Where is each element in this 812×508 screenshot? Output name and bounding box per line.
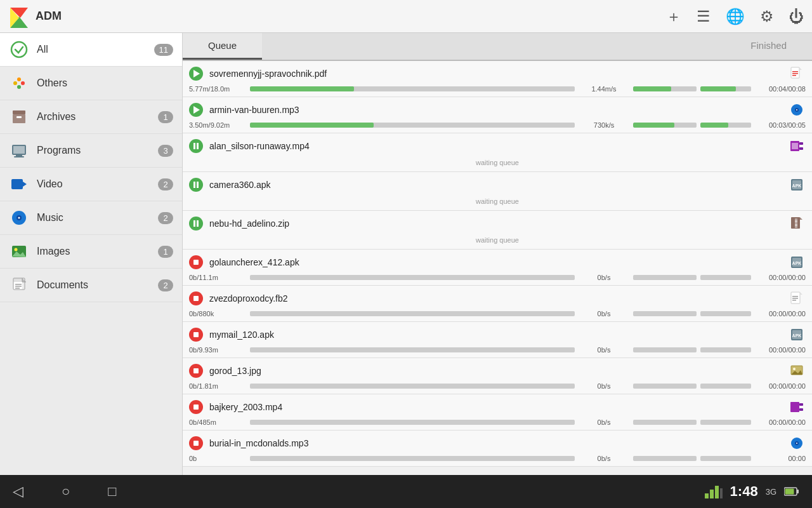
svg-rect-13 [16, 155, 22, 156]
progress-bar-11 [250, 456, 575, 461]
download-list: sovremennyjj-spravochnik.pdf 5.77m/18.0m [183, 61, 812, 475]
home-button[interactable]: ○ [62, 483, 70, 500]
menu-icon[interactable]: ☰ [697, 8, 710, 25]
speed-11: 0b/s [579, 455, 629, 462]
download-item-2: armin-van-buuren.mp3 ♪ 3.50m/9.02m [183, 97, 812, 133]
progress-bar-9 [250, 384, 575, 389]
download-item-11: burial-in_mcdonalds.mp3 0b 0b/s [183, 431, 812, 467]
size-8: 0b/9.93m [189, 346, 246, 354]
speed-9: 0b/s [579, 382, 629, 390]
filename-9: gorod_13.jpg [209, 366, 788, 376]
progress-bar-7b [633, 311, 697, 316]
svg-rect-42 [792, 143, 798, 149]
download-item-9: gorod_13.jpg 0b/1.81m [183, 358, 812, 394]
svg-rect-34 [792, 75, 796, 76]
pause-icon-4 [193, 182, 199, 188]
network-icon [705, 485, 723, 498]
status-button-1[interactable] [189, 67, 203, 81]
progress-bar-2b [633, 123, 697, 128]
sidebar-archives-label: Archives [37, 111, 158, 123]
svg-point-19 [18, 217, 20, 219]
svg-rect-70 [799, 408, 803, 411]
sidebar-video-badge: 2 [158, 178, 173, 190]
download-item-7: zvezdoproxodcy.fb2 0b/880k [183, 286, 812, 322]
sidebar-item-programs[interactable]: Programs 3 [0, 134, 182, 168]
svg-rect-15 [11, 179, 23, 189]
svg-text:APK: APK [792, 184, 802, 188]
images-icon [9, 241, 29, 262]
sidebar-archives-badge: 1 [158, 111, 173, 123]
svg-marker-47 [800, 217, 802, 220]
sidebar-item-archives[interactable]: Archives 1 [0, 100, 182, 134]
progress-bar-11c [700, 456, 751, 461]
back-button[interactable]: ◁ [13, 483, 23, 500]
signal-label: 3G [766, 487, 776, 497]
sidebar-item-others[interactable]: Others [0, 67, 182, 100]
svg-rect-50 [795, 226, 797, 228]
sidebar-item-music[interactable]: Music 2 [0, 201, 182, 235]
status-button-3[interactable] [189, 139, 203, 153]
status-button-5[interactable] [189, 217, 203, 231]
stop-icon-9 [193, 368, 199, 373]
progress-fill-2c [700, 123, 728, 128]
add-icon[interactable]: ＋ [666, 6, 681, 27]
size-6: 0b/11.1m [189, 274, 246, 281]
svg-marker-57 [800, 292, 802, 295]
filename-4: camera360.apk [209, 180, 788, 190]
svg-text:♪: ♪ [796, 114, 798, 117]
video-file-icon [788, 137, 806, 155]
svg-point-73 [796, 443, 797, 444]
status-button-7[interactable] [189, 291, 203, 305]
sidebar-item-documents[interactable]: Documents 2 [0, 269, 182, 302]
recent-apps-button[interactable]: □ [108, 483, 116, 500]
apk-file-icon3: APK [788, 326, 806, 344]
status-button-10[interactable] [189, 400, 203, 414]
svg-rect-28 [15, 286, 22, 287]
play-icon-2 [193, 106, 200, 114]
svg-rect-51 [795, 220, 797, 222]
time-7: 00:00/00:00 [755, 310, 806, 318]
svg-rect-30 [791, 67, 799, 78]
tab-queue[interactable]: Queue [183, 33, 262, 60]
tab-finished[interactable]: Finished [725, 33, 812, 60]
sidebar-item-video[interactable]: Video 2 [0, 168, 182, 201]
status-button-4[interactable] [189, 178, 203, 192]
filename-5: nebu-hd_adelino.zip [209, 218, 788, 229]
app-logo: ADM [8, 5, 62, 28]
filename-11: burial-in_mcdonalds.mp3 [209, 438, 788, 448]
sidebar-documents-label: Documents [37, 279, 158, 291]
svg-marker-75 [710, 490, 714, 498]
status-button-8[interactable] [189, 328, 203, 342]
globe-icon[interactable]: 🌐 [726, 8, 745, 25]
stop-icon-6 [193, 260, 199, 265]
archives-icon [9, 107, 29, 127]
equalizer-icon[interactable]: ⚙ [760, 8, 774, 25]
waiting-text-4: waiting queue [189, 196, 806, 206]
status-button-11[interactable] [189, 436, 203, 450]
sidebar-item-all[interactable]: All 11 [0, 33, 182, 67]
status-button-9[interactable] [189, 364, 203, 378]
sidebar-programs-label: Programs [37, 145, 158, 156]
progress-fill-1 [250, 86, 354, 91]
pause-icon-3 [193, 143, 199, 149]
status-button-6[interactable] [189, 255, 203, 269]
svg-marker-31 [799, 67, 802, 70]
top-bar-actions: ＋ ☰ 🌐 ⚙ ⏻ [666, 6, 804, 27]
power-icon[interactable]: ⏻ [789, 8, 804, 25]
speed-8: 0b/s [579, 346, 629, 354]
music-icon [9, 208, 29, 228]
stop-icon-8 [193, 332, 199, 337]
music-file-icon: ♪ [788, 101, 806, 119]
sidebar-music-badge: 2 [158, 212, 173, 224]
sidebar-documents-badge: 2 [158, 279, 173, 291]
progress-bar-1c [700, 86, 751, 91]
size-1: 5.77m/18.0m [189, 85, 246, 93]
progress-bar-8 [250, 347, 575, 352]
svg-point-37 [796, 109, 797, 110]
speed-1: 1.44m/s [579, 85, 629, 93]
svg-rect-68 [790, 402, 799, 412]
time-8: 00:00/00:00 [755, 346, 806, 354]
progress-bar-9c [700, 384, 751, 389]
sidebar-item-images[interactable]: Images 1 [0, 235, 182, 269]
status-button-2[interactable] [189, 103, 203, 117]
